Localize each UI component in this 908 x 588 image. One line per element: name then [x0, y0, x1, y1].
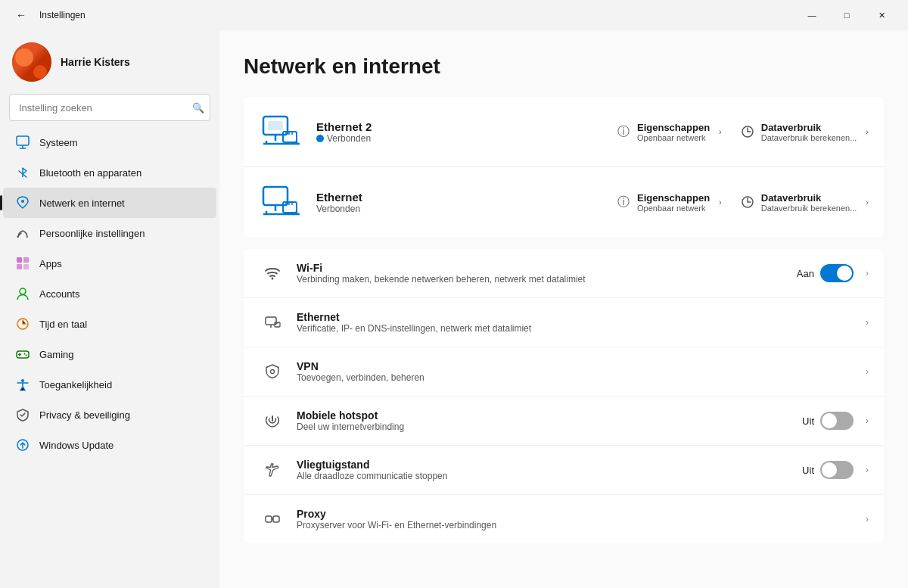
vliegtuig-info: Vliegtuigstand Alle draadloze communicat…: [297, 459, 802, 481]
network-item-vliegtuig[interactable]: Vliegtuigstand Alle draadloze communicat…: [244, 446, 884, 495]
svg-rect-9: [23, 264, 29, 269]
user-section: Harrie Kisters: [0, 30, 219, 94]
back-icon: ←: [16, 9, 26, 21]
network-item-wifi[interactable]: Wi-Fi Verbinding maken, bekende netwerke…: [244, 249, 884, 298]
ethernet-cards: Ethernet 2 Verbonden ⓘ Eigenschappen Ope…: [244, 97, 884, 237]
ethernet2-status: Verbonden: [316, 133, 616, 144]
sidebar-item-label: Toegankelijkheid: [39, 379, 112, 390]
vliegtuig-icon: [259, 456, 286, 484]
sidebar-item-toegankelijkheid[interactable]: Toegankelijkheid: [3, 369, 216, 400]
dataverbruik-text: Dataverbruik Dataverbruik berekenen...: [761, 122, 857, 142]
ethernet2-card[interactable]: Ethernet 2 Verbonden ⓘ Eigenschappen Ope…: [244, 97, 884, 167]
toggle-label-wifi: Aan: [797, 268, 814, 279]
proxy-info: Proxy Proxyserver voor Wi-Fi- en Etherne…: [297, 508, 860, 530]
user-name: Harrie Kisters: [61, 56, 130, 68]
sidebar-item-label: Tijd en taal: [39, 319, 87, 330]
sidebar-item-label: Bluetooth en apparaten: [39, 167, 141, 179]
privacy-icon: [15, 407, 30, 422]
svg-rect-23: [283, 132, 297, 142]
svg-point-16: [26, 355, 27, 356]
ethernet-card[interactable]: Ethernet Verbonden ⓘ Eigenschappen Openb…: [244, 167, 884, 237]
vpn-icon: [259, 358, 286, 385]
svg-rect-50: [266, 516, 272, 522]
search-input[interactable]: [9, 94, 210, 121]
content-area: Netwerk en internet: [219, 30, 908, 588]
svg-rect-51: [273, 516, 279, 522]
sidebar-item-label: Systeem: [39, 137, 78, 148]
tijd-icon: [15, 316, 30, 331]
svg-rect-0: [17, 136, 29, 145]
sidebar-item-netwerk[interactable]: Netwerk en internet: [3, 188, 216, 218]
ethernet-eigenschappen[interactable]: ⓘ Eigenschappen Openbaar netwerk ›: [616, 192, 722, 213]
data-icon: [740, 124, 755, 139]
close-button[interactable]: ✕: [864, 3, 899, 27]
network-item-ethernet[interactable]: Ethernet Verificatie, IP- en DNS-instell…: [244, 298, 884, 347]
chevron-right-icon: ›: [866, 366, 869, 377]
svg-rect-8: [17, 264, 22, 269]
ethernet-desc: Verificatie, IP- en DNS-instellingen, ne…: [297, 323, 860, 334]
ethernet2-eigenschappen[interactable]: ⓘ Eigenschappen Openbaar netwerk ›: [616, 122, 722, 142]
sidebar-item-gaming[interactable]: Gaming: [3, 339, 216, 369]
netwerk-icon: [15, 195, 30, 210]
maximize-button[interactable]: □: [829, 3, 864, 27]
gaming-icon: [15, 347, 30, 362]
ethernet2-icon: [259, 109, 304, 154]
ethernet-name: Ethernet: [297, 311, 860, 323]
vpn-desc: Toevoegen, verbinden, beheren: [297, 372, 860, 383]
sidebar-item-privacy[interactable]: Privacy & beveiliging: [3, 400, 216, 430]
hotspot-right: Uit ›: [802, 412, 869, 430]
svg-point-10: [20, 288, 26, 294]
hotspot-icon: [259, 407, 286, 434]
proxy-name: Proxy: [297, 508, 860, 520]
page-title: Netwerk en internet: [244, 54, 884, 79]
back-button[interactable]: ←: [9, 3, 33, 27]
ethernet-dataverbruik[interactable]: Dataverbruik Dataverbruik berekenen... ›: [740, 192, 869, 213]
wifi-info: Wi-Fi Verbinding maken, bekende netwerke…: [297, 262, 797, 285]
network-item-hotspot[interactable]: Mobiele hotspot Deel uw internetverbindi…: [244, 397, 884, 446]
chevron-right-icon: ›: [866, 415, 869, 426]
ethernet-icon: [259, 309, 286, 336]
dataverbruik2-text: Dataverbruik Dataverbruik berekenen...: [761, 192, 857, 213]
chevron-right-icon: ›: [866, 514, 869, 524]
sidebar-item-update[interactable]: Windows Update: [3, 430, 216, 460]
sidebar-item-accounts[interactable]: Accounts: [3, 278, 216, 309]
svg-rect-6: [17, 257, 22, 263]
data-icon2: [740, 194, 755, 210]
proxy-desc: Proxyserver voor Wi-Fi- en Ethernet-verb…: [297, 520, 860, 530]
persoonlijk-icon: [15, 226, 30, 241]
hotspot-desc: Deel uw internetverbinding: [297, 422, 802, 432]
sidebar-item-persoonlijk[interactable]: Persoonlijke instellingen: [3, 218, 216, 248]
window-controls: — □ ✕: [794, 3, 899, 27]
ethernet2-dataverbruik[interactable]: Dataverbruik Dataverbruik berekenen... ›: [740, 122, 869, 142]
sidebar-item-tijd[interactable]: Tijd en taal: [3, 309, 216, 339]
toggle-label-vliegtuig: Uit: [802, 465, 814, 476]
toggle-vliegtuig[interactable]: [820, 461, 854, 479]
sidebar-item-bluetooth[interactable]: Bluetooth en apparaten: [3, 157, 216, 188]
toggle-label-hotspot: Uit: [802, 415, 814, 427]
ethernet-status: Verbonden: [316, 204, 616, 214]
minimize-button[interactable]: —: [794, 3, 829, 27]
sidebar-item-label: Accounts: [39, 288, 79, 300]
toggle-hotspot[interactable]: [820, 412, 854, 430]
titlebar-title: Instellingen: [39, 10, 86, 20]
hotspot-name: Mobiele hotspot: [297, 409, 802, 422]
sidebar-item-apps[interactable]: Apps: [3, 248, 216, 278]
network-item-proxy[interactable]: Proxy Proxyserver voor Wi-Fi- en Etherne…: [244, 495, 884, 543]
chevron-right-icon: ›: [866, 268, 869, 278]
vpn-info: VPN Toevoegen, verbinden, beheren: [297, 360, 860, 383]
systeem-icon: [15, 135, 30, 150]
sidebar-item-label: Netwerk en internet: [39, 198, 125, 209]
ethernet2-status-dot: [316, 135, 324, 142]
sidebar-item-label: Gaming: [39, 349, 74, 360]
info-icon2: ⓘ: [616, 194, 631, 210]
vliegtuig-right: Uit ›: [802, 461, 869, 479]
search-icon: 🔍: [192, 102, 204, 114]
avatar: [12, 42, 51, 82]
wifi-desc: Verbinding maken, bekende netwerken behe…: [297, 274, 797, 285]
sidebar-item-label: Privacy & beveiliging: [39, 409, 130, 421]
sidebar-item-systeem[interactable]: Systeem: [3, 127, 216, 157]
ethernet2-info: Ethernet 2 Verbonden: [316, 120, 616, 144]
toggle-wifi[interactable]: [820, 264, 854, 282]
svg-point-4: [21, 200, 24, 203]
network-item-vpn[interactable]: VPN Toevoegen, verbinden, beheren ›: [244, 347, 884, 397]
